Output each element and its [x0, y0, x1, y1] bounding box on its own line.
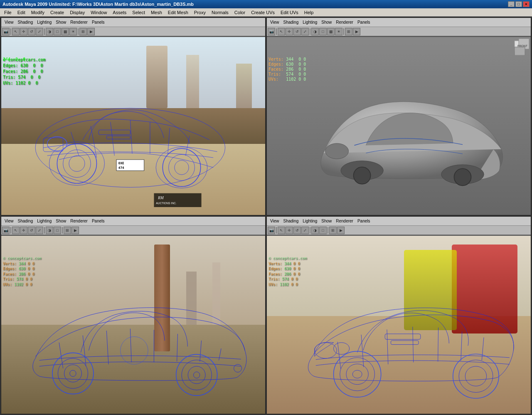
window-controls[interactable]: _ □ × — [508, 1, 530, 7]
vp-br-menu-panels[interactable]: Panels — [356, 218, 372, 224]
grid-icon[interactable]: ⊞ — [329, 227, 337, 234]
separator — [44, 28, 45, 35]
menu-edit-mesh[interactable]: Edit Mesh — [165, 9, 191, 16]
vp-br-menu-lighting[interactable]: Lighting — [301, 218, 319, 224]
vp-bl-menu-renderer[interactable]: Renderer — [69, 218, 89, 224]
menu-edit-uvs[interactable]: Edit UVs — [278, 9, 301, 16]
shading-icon[interactable]: ◑ — [46, 28, 53, 35]
move-icon[interactable]: ✛ — [286, 28, 293, 35]
menu-normals[interactable]: Normals — [209, 9, 231, 16]
select-icon[interactable]: ↖ — [278, 227, 285, 234]
render-icon[interactable]: ▶ — [353, 28, 360, 35]
menu-help[interactable]: Help — [302, 9, 316, 16]
vp-bl-icons: 📷 ↖ ✛ ↺ ⤢ ◑ □ ⊞ ▶ — [1, 226, 265, 235]
scale-icon[interactable]: ⤢ — [36, 28, 43, 35]
viewport-bottom-right[interactable]: View Shading Lighting Show Renderer Pane… — [266, 216, 531, 414]
light-icon[interactable]: ☀ — [335, 28, 342, 35]
scale-icon[interactable]: ⤢ — [301, 28, 309, 35]
menu-select[interactable]: Select — [130, 9, 148, 16]
menu-display[interactable]: Display — [67, 9, 87, 16]
viewport-top-right[interactable]: View Shading Lighting Show Renderer Pane… — [266, 17, 531, 215]
menu-edit[interactable]: Edit — [15, 9, 28, 16]
vp-tr-content[interactable]: Verts: 344 0 0 Edges: 630 0 0 Faces: 286 — [267, 37, 531, 215]
rotate-icon[interactable]: ↺ — [293, 227, 301, 234]
vp-tl-menu-show[interactable]: Show — [54, 20, 68, 25]
vp-tl-content[interactable]: OXE 474 RM AUCTIONS INC. © conceptcars.c… — [1, 37, 265, 215]
camera-icon[interactable]: 📷 — [2, 227, 10, 234]
vp-bl-menu-lighting[interactable]: Lighting — [35, 218, 53, 224]
vp-br-menu-shading[interactable]: Shading — [282, 218, 300, 224]
select-icon[interactable]: ↖ — [278, 28, 285, 35]
menu-file[interactable]: File — [2, 9, 14, 16]
minimize-button[interactable]: _ — [508, 1, 515, 7]
vp-bl-menu-shading[interactable]: Shading — [16, 218, 35, 224]
vp-br-toolbar: View Shading Lighting Show Renderer Pane… — [267, 217, 531, 226]
render-icon[interactable]: ▶ — [71, 227, 79, 234]
vp-tl-menu-lighting[interactable]: Lighting — [35, 20, 53, 25]
select-icon[interactable]: ↖ — [12, 28, 20, 35]
move-icon[interactable]: ✛ — [286, 227, 293, 234]
grid-icon[interactable]: ⊞ — [345, 28, 352, 35]
menu-assets[interactable]: Assets — [110, 9, 129, 16]
vp-tl-toolbar: View Shading Lighting Show Renderer Pane… — [1, 18, 265, 27]
shading-icon[interactable]: ◑ — [311, 227, 319, 234]
light-icon[interactable]: ☀ — [69, 28, 77, 35]
vp-tr-menu-view[interactable]: View — [268, 20, 281, 25]
separator — [78, 28, 79, 35]
menu-proxy[interactable]: Proxy — [192, 9, 208, 16]
menu-create[interactable]: Create — [48, 9, 66, 16]
vp-br-menu-show[interactable]: Show — [320, 218, 333, 224]
menu-color[interactable]: Color — [232, 9, 248, 16]
grid-icon[interactable]: ⊞ — [64, 227, 71, 234]
vp-bl-content[interactable]: © conceptcars.com Verts: 344 0 0 Edges: … — [1, 236, 265, 414]
render-icon[interactable]: ▶ — [87, 28, 95, 35]
texture-icon[interactable]: ▩ — [327, 28, 335, 35]
menu-bar: File Edit Modify Create Display Window A… — [0, 8, 532, 17]
move-icon[interactable]: ✛ — [20, 28, 27, 35]
menu-modify[interactable]: Modify — [29, 9, 47, 16]
wireframe-icon[interactable]: □ — [54, 227, 61, 234]
vp-tl-menu-renderer[interactable]: Renderer — [69, 20, 89, 25]
vp-tr-menu-shading[interactable]: Shading — [282, 20, 300, 25]
menu-mesh[interactable]: Mesh — [148, 9, 165, 16]
vp-br-menu-renderer[interactable]: Renderer — [334, 218, 355, 224]
vp-tl-menu-view[interactable]: View — [3, 20, 15, 25]
vp-tr-menu-lighting[interactable]: Lighting — [301, 20, 319, 25]
rotate-icon[interactable]: ↺ — [293, 28, 301, 35]
select-icon[interactable]: ↖ — [12, 227, 20, 234]
maximize-button[interactable]: □ — [515, 1, 522, 7]
close-button[interactable]: × — [523, 1, 530, 7]
camera-icon[interactable]: 📷 — [268, 227, 275, 234]
vp-bl-menu-show[interactable]: Show — [54, 218, 68, 224]
vp-tl-menu-panels[interactable]: Panels — [90, 20, 106, 25]
viewport-bottom-left[interactable]: View Shading Lighting Show Renderer Pane… — [1, 216, 266, 414]
viewport-top-left[interactable]: View Shading Lighting Show Renderer Pane… — [1, 17, 266, 215]
vp-tr-menu-renderer[interactable]: Renderer — [334, 20, 355, 25]
wireframe-icon[interactable]: □ — [319, 227, 327, 234]
wireframe-icon[interactable]: □ — [319, 28, 327, 35]
scale-icon[interactable]: ⤢ — [301, 227, 309, 234]
vp-br-content[interactable]: © conceptcars.com Verts: 344 0 0 Edges: … — [267, 236, 531, 414]
scale-icon[interactable]: ⤢ — [36, 227, 43, 234]
vp-tl-menu-shading[interactable]: Shading — [16, 20, 35, 25]
camera-icon[interactable]: 📷 — [268, 28, 275, 35]
rotate-icon[interactable]: ↺ — [28, 28, 35, 35]
wireframe-icon[interactable]: □ — [54, 28, 61, 35]
vp-bl-menu-view[interactable]: View — [3, 218, 15, 224]
separator — [343, 28, 344, 35]
menu-create-uvs[interactable]: Create UVs — [249, 9, 277, 16]
menu-window[interactable]: Window — [88, 9, 109, 16]
view-cube[interactable]: FRONT — [512, 39, 529, 55]
vp-tr-menu-show[interactable]: Show — [320, 20, 333, 25]
move-icon[interactable]: ✛ — [20, 227, 27, 234]
texture-icon[interactable]: ▩ — [62, 28, 69, 35]
shading-icon[interactable]: ◑ — [46, 227, 53, 234]
shading-icon[interactable]: ◑ — [311, 28, 319, 35]
vp-br-menu-view[interactable]: View — [268, 218, 281, 224]
rotate-icon[interactable]: ↺ — [28, 227, 35, 234]
vp-tr-menu-panels[interactable]: Panels — [356, 20, 372, 25]
grid-icon[interactable]: ⊞ — [79, 28, 87, 35]
vp-bl-menu-panels[interactable]: Panels — [90, 218, 106, 224]
camera-icon[interactable]: 📷 — [2, 28, 10, 35]
render-icon[interactable]: ▶ — [337, 227, 345, 234]
